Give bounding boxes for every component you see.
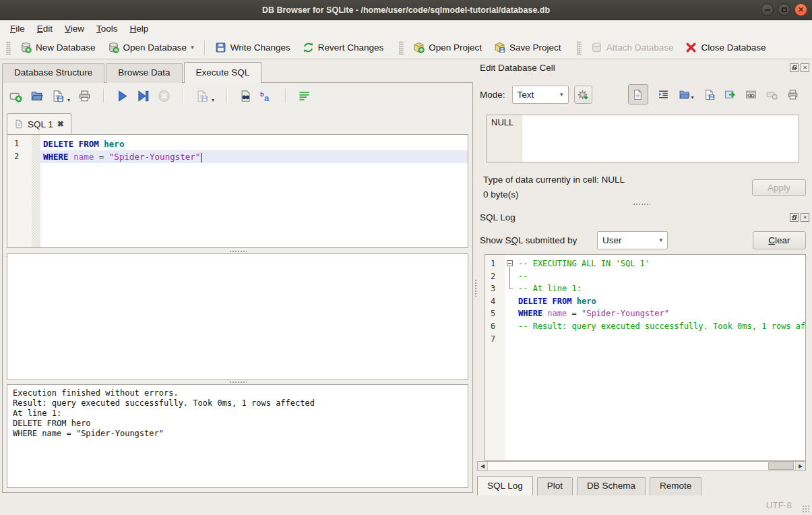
- open-sql-file-button[interactable]: [30, 90, 43, 102]
- cell-log-splitter[interactable]: [476, 202, 807, 206]
- text-mode-button[interactable]: [628, 84, 648, 104]
- revert-changes-label: Revert Changes: [318, 42, 384, 53]
- menu-view[interactable]: View: [59, 22, 90, 35]
- minimize-button[interactable]: [761, 3, 774, 16]
- execution-message: Execution finished without errors. Resul…: [7, 384, 468, 488]
- log-filter-label-pre: Show S: [480, 235, 511, 245]
- sql-toolbar-separator: [103, 88, 104, 103]
- clear-label: lear: [775, 235, 790, 245]
- sql-log-view[interactable]: 1234567 -- EXECUTING ALL IN 'SQL 1'---- …: [485, 254, 806, 461]
- cell-value-editor[interactable]: NULL: [487, 115, 799, 162]
- log-filter-label: Show SQL submitted by: [480, 235, 577, 245]
- revert-changes-icon: [303, 42, 314, 53]
- menu-help[interactable]: Help: [124, 22, 155, 35]
- log-line-numbers: 1234567: [485, 255, 505, 460]
- open-external-button[interactable]: [724, 89, 736, 100]
- clear-log-button[interactable]: Clear: [753, 231, 806, 249]
- sql-editor-tab[interactable]: SQL 1 ✖: [7, 113, 71, 134]
- mode-select[interactable]: Text ▾: [512, 86, 569, 104]
- cell-value-text-area[interactable]: [522, 115, 799, 162]
- close-database-icon: [685, 42, 697, 53]
- close-panel-button[interactable]: ✕: [801, 63, 809, 72]
- menu-file[interactable]: File: [4, 22, 31, 35]
- float-panel-button[interactable]: [790, 63, 799, 72]
- new-database-icon: [20, 42, 32, 53]
- panel-splitter[interactable]: [474, 82, 477, 493]
- save-sql-file-button[interactable]: [51, 90, 64, 102]
- tab-browse-data[interactable]: Browse Data: [106, 63, 182, 83]
- sql-editor[interactable]: 12 DELETE FROM heroWHERE name = "Spider-…: [7, 134, 468, 248]
- print-cell-button[interactable]: [787, 89, 799, 100]
- scroll-right-icon[interactable]: ▶: [795, 462, 805, 471]
- scrollbar-thumb[interactable]: [768, 462, 794, 470]
- main-toolbar: New Database Open Database ▾ Write Chang…: [0, 36, 812, 59]
- close-database-button[interactable]: Close Database: [679, 39, 772, 56]
- bottom-tab-sql-log[interactable]: SQL Log: [477, 476, 533, 495]
- print-sql-button[interactable]: [78, 90, 91, 102]
- revert-changes-button[interactable]: Revert Changes: [296, 39, 390, 56]
- close-button[interactable]: ✕: [794, 3, 807, 16]
- save-project-button[interactable]: Save Project: [488, 39, 567, 56]
- float-panel-button[interactable]: [790, 213, 799, 222]
- toolbar-drag-handle[interactable]: [399, 41, 404, 55]
- save-sql-dropdown-icon[interactable]: ▾: [67, 97, 70, 103]
- execute-all-button[interactable]: [116, 90, 129, 102]
- editor-code-area[interactable]: DELETE FROM heroWHERE name = "Spider-You…: [40, 135, 468, 247]
- toolbar-separator: [204, 40, 205, 55]
- new-sql-tab-button[interactable]: [9, 90, 22, 102]
- minimize-icon: [765, 9, 770, 11]
- new-database-label: New Database: [36, 42, 96, 53]
- write-changes-button[interactable]: Write Changes: [209, 39, 296, 56]
- open-project-label: Open Project: [429, 42, 482, 53]
- word-wrap-button[interactable]: [298, 90, 311, 102]
- import-data-button[interactable]: [679, 89, 690, 100]
- format-sql-button[interactable]: [260, 90, 273, 102]
- edit-cell-title: Edit Database Cell: [480, 63, 555, 73]
- bottom-tabbar: SQL Log Plot DB Schema Remote: [477, 476, 706, 495]
- menu-tools[interactable]: Tools: [90, 22, 124, 35]
- close-icon: ✕: [798, 6, 804, 13]
- fold-collapse-icon[interactable]: [507, 260, 513, 266]
- toolbar-drag-handle[interactable]: [577, 41, 582, 55]
- write-changes-label: Write Changes: [230, 42, 290, 53]
- log-filter-dropdown-icon: ▾: [659, 237, 662, 243]
- auto-mode-button[interactable]: [574, 86, 592, 104]
- new-database-button[interactable]: New Database: [14, 39, 102, 56]
- log-horizontal-scrollbar[interactable]: ◀ ▶: [477, 461, 806, 471]
- close-panel-button[interactable]: ✕: [801, 213, 809, 222]
- open-project-button[interactable]: Open Project: [407, 39, 488, 56]
- save-results-dropdown-icon: ▾: [212, 97, 214, 103]
- results-grid[interactable]: [7, 253, 468, 380]
- resize-grip[interactable]: [802, 505, 810, 513]
- bottom-tab-plot[interactable]: Plot: [537, 477, 573, 495]
- menu-edit[interactable]: Edit: [31, 22, 59, 35]
- sql-toolbar: ▾ ▾: [9, 88, 311, 103]
- maximize-button[interactable]: [778, 3, 790, 16]
- cell-mode-row: Mode: Text ▾ ▾: [480, 85, 799, 104]
- editor-line-numbers: 12: [7, 135, 32, 247]
- bottom-tab-remote[interactable]: Remote: [650, 477, 701, 495]
- close-database-label: Close Database: [701, 42, 766, 53]
- bottom-tab-db-schema[interactable]: DB Schema: [577, 477, 646, 495]
- find-button[interactable]: [239, 90, 252, 102]
- edit-cell-dock-buttons: ✕: [790, 63, 809, 72]
- toolbar-drag-handle[interactable]: [6, 41, 11, 55]
- log-filter-select[interactable]: User ▾: [597, 231, 668, 249]
- editor-fold-margin: [32, 135, 40, 247]
- apply-label: Apply: [768, 183, 790, 193]
- close-sql-tab-icon[interactable]: ✖: [57, 119, 64, 129]
- open-database-button[interactable]: Open Database ▾: [102, 39, 200, 56]
- tab-execute-sql[interactable]: Execute SQL: [184, 62, 262, 83]
- save-project-label: Save Project: [509, 42, 561, 53]
- titlebar[interactable]: DB Browser for SQLite - /home/user/code/…: [0, 0, 812, 20]
- export-data-button[interactable]: [704, 89, 715, 100]
- sql-log-title: SQL Log: [480, 212, 516, 222]
- scroll-left-icon[interactable]: ◀: [478, 462, 488, 471]
- float-icon: [793, 215, 797, 218]
- word-wrap-button[interactable]: [658, 89, 669, 100]
- tab-database-structure[interactable]: Database Structure: [2, 63, 104, 83]
- open-database-dropdown-icon[interactable]: ▾: [191, 44, 194, 51]
- execute-line-button[interactable]: [137, 90, 150, 102]
- import-dropdown-icon[interactable]: ▾: [691, 94, 694, 100]
- open-url-button[interactable]: [745, 89, 757, 100]
